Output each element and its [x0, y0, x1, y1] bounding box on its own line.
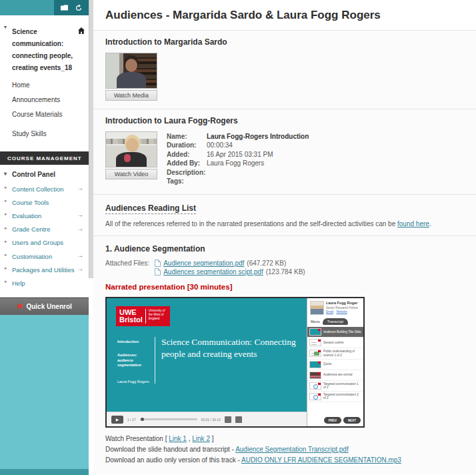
speaker-avatar [310, 301, 324, 315]
sidebar-item-course-tools[interactable]: ▸Course Tools [4, 195, 85, 209]
meta-label: Tags: [167, 177, 207, 185]
sidebar-item-help[interactable]: ▸Help [4, 276, 85, 290]
section-margarida: Introduction to Margarida Sardo Watch Me… [93, 31, 476, 109]
presentation-panel: Laura Fogg Roger Senior Research Fellow … [307, 298, 363, 426]
meta-label: Duration: [167, 141, 207, 149]
caret-right-icon: ▸ [5, 252, 7, 258]
sidebar-item-packages-and-utilities[interactable]: ▸Packages and Utilities→ [4, 263, 85, 276]
speaker-info: Laura Fogg Roger Senior Research Fellow … [307, 298, 363, 317]
slide-thumbnail [309, 350, 321, 357]
caret-right-icon: ▸ [5, 225, 7, 231]
sidebar-item-customisation[interactable]: ▸Customisation→ [4, 250, 85, 263]
player-controls: ▶ 1 / 17 00:01 / 30:13 [107, 412, 307, 426]
slide-thumbnail [309, 382, 321, 390]
file-size: (647.272 KB) [247, 260, 286, 267]
prev-button[interactable]: PREV [324, 417, 341, 424]
section-heading: 1. Audience Segmentation [105, 244, 464, 254]
sidebar-item-content-collection[interactable]: ▸Content Collection→ [4, 182, 85, 195]
transcript-pdf-link[interactable]: Audience Segmentation Transcript.pdf [235, 446, 349, 453]
sidebar-item-announcements[interactable]: Announcements [12, 95, 85, 105]
sidebar-item-evaluation[interactable]: ▸Evaluation→ [4, 209, 85, 222]
section-laura: Introduction to Laura Fogg-Rogers Watch … [93, 109, 476, 195]
tab-transcript[interactable]: Transcript [323, 318, 348, 325]
attached-file: Audiences segmentation scipt.pdf (123.78… [155, 268, 305, 276]
sidebar-item-home[interactable]: Home [12, 80, 85, 90]
volume-button[interactable] [225, 416, 231, 423]
document-icon [155, 260, 161, 267]
collapse-caret-icon[interactable]: ▾ [4, 24, 7, 30]
slide-list-item[interactable]: Quote [307, 360, 363, 370]
submenu-arrow-icon: → [77, 225, 83, 232]
meta-label: Added: [167, 151, 207, 158]
caret-right-icon: ▸ [5, 185, 7, 190]
video-thumbnail-laura[interactable] [105, 131, 157, 167]
control-panel-title[interactable]: ▾Control Panel [4, 171, 85, 178]
video-thumbnail-margarida[interactable] [105, 53, 157, 89]
presentation-link-1[interactable]: Link 1 [169, 435, 187, 442]
meta-label: Added By: [167, 159, 207, 167]
next-button[interactable]: NEXT [343, 417, 361, 424]
sidebar-scrollbar[interactable] [89, 0, 93, 278]
progress-handle[interactable] [141, 418, 144, 421]
refresh-icon[interactable] [75, 5, 82, 11]
control-panel: ▾Control Panel ▸Content Collection→ ▸Cou… [0, 165, 89, 298]
blackboard-course-page: ▾ Science communication: connecting peop… [0, 0, 476, 475]
course-nav: ▾ Science communication: connecting peop… [0, 15, 89, 151]
home-icon[interactable] [78, 25, 85, 37]
slide-list-item[interactable]: Targeted communication 2 of 2 [307, 392, 363, 402]
found-here-link[interactable]: found here [397, 220, 429, 227]
meta-label: Description: [167, 169, 207, 176]
sidebar-item-course-materials[interactable]: Course Materials [12, 109, 85, 119]
website-link[interactable]: Website [337, 310, 347, 314]
submenu-arrow-icon: → [77, 252, 83, 259]
slide-list-item[interactable]: Public understanding of science 1 of 2 [307, 348, 363, 359]
caret-right-icon: ▸ [5, 239, 7, 244]
sidebar-item-grade-centre[interactable]: ▸Grade Centre→ [4, 223, 85, 236]
page-header: Audiences - Margarida Sardo & Laura Fogg… [93, 0, 476, 31]
tab-menu[interactable]: Menu [311, 320, 320, 324]
slide-list-item[interactable]: Session outline [307, 338, 363, 348]
caret-down-icon: ▾ [4, 171, 7, 177]
meta-value: Laura Fogg-Rogers Introduction [207, 133, 309, 140]
submenu-arrow-icon: → [77, 184, 83, 191]
slide-thumbnail [309, 372, 321, 379]
file-link[interactable]: Audiences segmentation scipt.pdf [163, 268, 263, 276]
reading-list-text: All of the references referred to in the… [105, 220, 464, 227]
presentation-link-2[interactable]: Link 2 [192, 435, 210, 442]
slide-list-item[interactable]: Audiences are central [307, 370, 363, 381]
sidebar-toolbar-icons [54, 0, 89, 15]
file-size: (123.784 KB) [266, 268, 305, 276]
main-content: Audiences - Margarida Sardo & Laura Fogg… [93, 0, 476, 475]
person-decoration [116, 152, 147, 167]
course-title-link[interactable]: Science communication: connecting people… [12, 28, 73, 71]
section-audience-segmentation: 1. Audience Segmentation Attached Files:… [93, 236, 476, 474]
file-link[interactable]: Audience segmentation.pdf [163, 260, 244, 267]
panel-tabs: Menu Transcript [307, 317, 363, 327]
sidebar-item-users-and-groups[interactable]: ▸Users and Groups [4, 236, 85, 250]
slide-list-item[interactable]: Targeted communication 1 of 2 [307, 381, 363, 392]
submenu-arrow-icon: → [77, 211, 83, 218]
email-link[interactable]: Email [326, 310, 333, 314]
sidebar-item-study-skills[interactable]: Study Skills [12, 129, 85, 139]
slide-list-item[interactable]: Audience Building Title Slide [307, 327, 363, 338]
audio-mp3-link[interactable]: AUDIO ONLY LFR AUDIENCE SEGMENTATION.mp3 [241, 456, 401, 464]
slide-thumbnail [309, 361, 321, 368]
attached-files: Attached Files: Audience segmentation.pd… [105, 260, 464, 277]
play-button[interactable]: ▶ [111, 416, 123, 424]
course-sidebar: ▾ Science communication: connecting peop… [0, 0, 93, 475]
quick-unenrol-button[interactable]: ✖ Quick Unenrol [0, 298, 89, 315]
section-heading: Introduction to Margarida Sardo [105, 37, 464, 47]
fullscreen-button[interactable] [235, 416, 242, 423]
watch-presentation-line: Watch Presentation [ Link 1 , Link 2 ] [105, 434, 464, 444]
sidebar-filler [0, 315, 89, 475]
course-management-header: COURSE MANAGEMENT [0, 151, 89, 165]
presentation-embed: UWEBristol University of the West of Eng… [105, 297, 365, 428]
watch-media-button[interactable]: Watch Media [105, 90, 157, 101]
meta-value: Laura Fogg Rogers [207, 159, 264, 167]
progress-bar[interactable] [140, 418, 197, 420]
meta-value: 16 Apr 2015 03:31 PM [207, 151, 273, 158]
caret-right-icon: ▸ [5, 279, 7, 284]
dock-sidebar-icon[interactable] [61, 5, 68, 11]
handout-line: Download the slide handout and transcrip… [105, 444, 464, 455]
watch-video-button[interactable]: Watch Video [105, 169, 157, 179]
